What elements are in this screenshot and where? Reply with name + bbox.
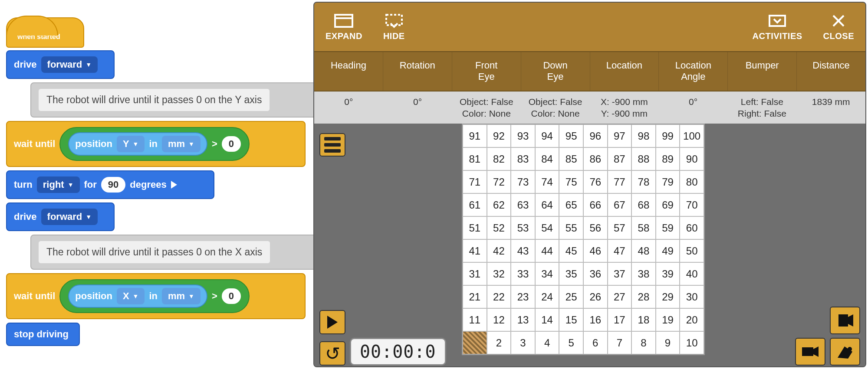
grid-cell[interactable]: 72 — [487, 170, 511, 193]
playground-grid[interactable]: 9192939495969798991008182838485868788899… — [462, 124, 705, 355]
grid-cell[interactable]: 95 — [559, 124, 583, 147]
grid-cell[interactable]: 21 — [463, 285, 487, 308]
grid-cell[interactable]: 63 — [511, 193, 535, 216]
grid-cell[interactable]: 53 — [511, 216, 535, 239]
grid-cell[interactable]: 47 — [608, 239, 632, 262]
grid-cell[interactable]: 62 — [487, 193, 511, 216]
grid-cell[interactable]: 29 — [656, 285, 680, 308]
grid-cell[interactable]: 76 — [583, 170, 608, 193]
grid-cell[interactable]: 59 — [656, 216, 680, 239]
drive-forward-block-2[interactable]: drive forward ▼ — [6, 202, 115, 231]
grid-cell[interactable]: 27 — [608, 285, 632, 308]
grid-cell[interactable]: 97 — [608, 124, 632, 147]
position-reporter-x[interactable]: position X ▼ in mm ▼ — [68, 284, 207, 308]
compare-value-x[interactable]: 0 — [222, 288, 241, 304]
grid-cell[interactable]: 39 — [656, 262, 680, 285]
hat-block[interactable]: when started — [6, 17, 334, 48]
grid-cell[interactable]: 70 — [680, 193, 704, 216]
grid-cell[interactable]: 13 — [511, 308, 535, 331]
grid-cell[interactable]: 49 — [656, 239, 680, 262]
grid-cell[interactable]: 77 — [608, 170, 632, 193]
grid-cell[interactable]: 18 — [631, 308, 656, 331]
wait-until-block-y[interactable]: wait until position Y ▼ in mm ▼ > 0 — [6, 121, 306, 167]
grid-cell[interactable]: 57 — [608, 216, 632, 239]
grid-cell[interactable]: 2 — [487, 331, 511, 354]
grid-cell[interactable]: 7 — [608, 331, 632, 354]
grid-cell[interactable]: 64 — [535, 193, 559, 216]
grid-cell[interactable]: 26 — [583, 285, 608, 308]
grid-cell[interactable]: 10 — [680, 331, 704, 354]
grid-cell[interactable]: 45 — [559, 239, 583, 262]
compare-value-y[interactable]: 0 — [222, 136, 241, 152]
grid-cell[interactable]: 94 — [535, 124, 559, 147]
grid-cell[interactable]: 90 — [680, 147, 704, 170]
grid-cell[interactable]: 24 — [535, 285, 559, 308]
grid-cell[interactable]: 54 — [535, 216, 559, 239]
grid-cell[interactable]: 73 — [511, 170, 535, 193]
grid-cell[interactable]: 19 — [656, 308, 680, 331]
grid-cell[interactable]: 52 — [487, 216, 511, 239]
grid-cell[interactable]: 75 — [559, 170, 583, 193]
degrees-value[interactable]: 90 — [101, 177, 125, 193]
turn-block[interactable]: turn right ▼ for 90 degrees — [6, 170, 214, 199]
grid-cell[interactable]: 25 — [559, 285, 583, 308]
grid-cell[interactable]: 38 — [631, 262, 656, 285]
grid-cell[interactable]: 11 — [463, 308, 487, 331]
grid-cell[interactable]: 56 — [583, 216, 608, 239]
grid-cell[interactable]: 12 — [487, 308, 511, 331]
camera-side-button[interactable] — [795, 338, 825, 366]
condition-y[interactable]: position Y ▼ in mm ▼ > 0 — [59, 127, 250, 161]
activities-button[interactable]: ACTIVITIES — [753, 13, 802, 41]
grid-cell[interactable]: 89 — [656, 147, 680, 170]
grid-cell[interactable]: 40 — [680, 262, 704, 285]
camera-top-button[interactable] — [830, 307, 860, 334]
close-button[interactable]: CLOSE — [823, 13, 854, 41]
grid-cell[interactable]: 44 — [535, 239, 559, 262]
hide-button[interactable]: HIDE — [383, 13, 405, 41]
grid-cell[interactable]: 5 — [559, 331, 583, 354]
grid-cell[interactable]: 33 — [511, 262, 535, 285]
axis-dropdown-x[interactable]: X ▼ — [117, 288, 145, 304]
grid-cell[interactable]: 20 — [680, 308, 704, 331]
grid-cell[interactable]: 42 — [487, 239, 511, 262]
grid-cell[interactable]: 46 — [583, 239, 608, 262]
turn-direction-dropdown[interactable]: right ▼ — [37, 176, 80, 193]
grid-cell[interactable]: 16 — [583, 308, 608, 331]
position-reporter-y[interactable]: position Y ▼ in mm ▼ — [68, 132, 207, 156]
comment-block-x[interactable]: The robot will drive until it passes 0 o… — [30, 235, 334, 270]
grid-cell[interactable]: 69 — [656, 193, 680, 216]
grid-cell[interactable]: 61 — [463, 193, 487, 216]
grid-cell[interactable]: 92 — [487, 124, 511, 147]
grid-cell[interactable]: 78 — [631, 170, 656, 193]
grid-cell[interactable]: 68 — [631, 193, 656, 216]
grid-cell[interactable]: 37 — [608, 262, 632, 285]
grid-cell[interactable]: 43 — [511, 239, 535, 262]
grid-cell[interactable]: 80 — [680, 170, 704, 193]
grid-cell[interactable]: 85 — [559, 147, 583, 170]
grid-cell[interactable]: 22 — [487, 285, 511, 308]
reset-button[interactable]: ↺ — [319, 341, 345, 366]
unit-dropdown-x[interactable]: mm ▼ — [162, 288, 201, 304]
grid-cell[interactable]: 35 — [559, 262, 583, 285]
grid-cell[interactable]: 71 — [463, 170, 487, 193]
grid-cell[interactable]: 79 — [656, 170, 680, 193]
camera-chase-button[interactable] — [830, 338, 860, 366]
condition-x[interactable]: position X ▼ in mm ▼ > 0 — [59, 279, 250, 313]
menu-button[interactable] — [319, 133, 345, 157]
grid-cell[interactable]: 65 — [559, 193, 583, 216]
grid-cell[interactable]: 15 — [559, 308, 583, 331]
grid-cell[interactable]: 31 — [463, 262, 487, 285]
grid-cell[interactable]: 6 — [583, 331, 608, 354]
direction-dropdown-2[interactable]: forward ▼ — [41, 209, 98, 225]
drive-forward-block-1[interactable]: drive forward ▼ — [6, 50, 115, 79]
grid-cell[interactable]: 55 — [559, 216, 583, 239]
axis-dropdown-y[interactable]: Y ▼ — [117, 136, 145, 152]
grid-cell[interactable]: 4 — [535, 331, 559, 354]
grid-cell[interactable]: 81 — [463, 147, 487, 170]
grid-cell[interactable]: 41 — [463, 239, 487, 262]
grid-cell[interactable]: 100 — [680, 124, 704, 147]
grid-cell[interactable]: 8 — [631, 331, 656, 354]
grid-cell[interactable]: 91 — [463, 124, 487, 147]
grid-cell[interactable]: 51 — [463, 216, 487, 239]
grid-cell[interactable]: 96 — [583, 124, 608, 147]
